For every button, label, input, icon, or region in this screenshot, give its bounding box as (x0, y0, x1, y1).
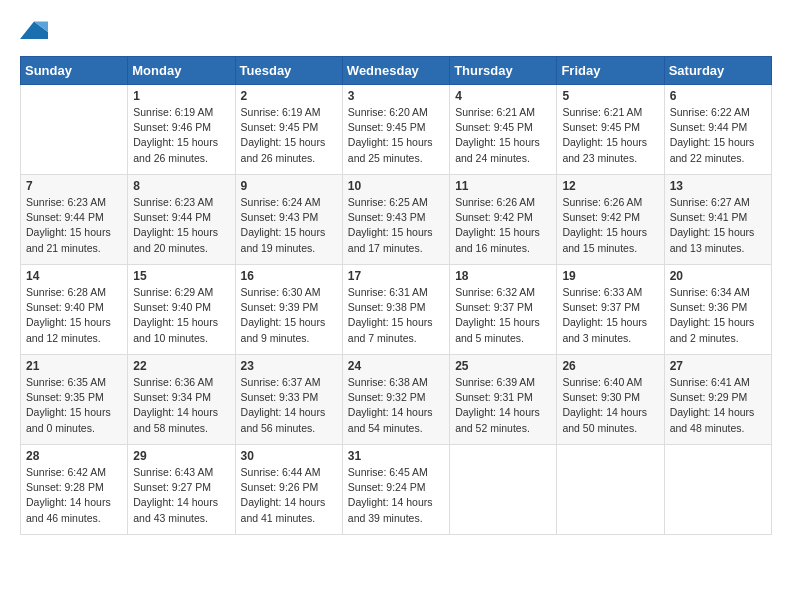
week-row-1: 1Sunrise: 6:19 AM Sunset: 9:46 PM Daylig… (21, 85, 772, 175)
day-cell: 14Sunrise: 6:28 AM Sunset: 9:40 PM Dayli… (21, 265, 128, 355)
week-row-3: 14Sunrise: 6:28 AM Sunset: 9:40 PM Dayli… (21, 265, 772, 355)
day-number: 9 (241, 179, 337, 193)
week-row-4: 21Sunrise: 6:35 AM Sunset: 9:35 PM Dayli… (21, 355, 772, 445)
day-info: Sunrise: 6:31 AM Sunset: 9:38 PM Dayligh… (348, 285, 444, 346)
day-number: 30 (241, 449, 337, 463)
day-cell: 31Sunrise: 6:45 AM Sunset: 9:24 PM Dayli… (342, 445, 449, 535)
day-info: Sunrise: 6:38 AM Sunset: 9:32 PM Dayligh… (348, 375, 444, 436)
day-cell: 10Sunrise: 6:25 AM Sunset: 9:43 PM Dayli… (342, 175, 449, 265)
day-info: Sunrise: 6:25 AM Sunset: 9:43 PM Dayligh… (348, 195, 444, 256)
calendar-header: SundayMondayTuesdayWednesdayThursdayFrid… (21, 57, 772, 85)
day-number: 29 (133, 449, 229, 463)
day-number: 26 (562, 359, 658, 373)
day-info: Sunrise: 6:22 AM Sunset: 9:44 PM Dayligh… (670, 105, 766, 166)
day-info: Sunrise: 6:40 AM Sunset: 9:30 PM Dayligh… (562, 375, 658, 436)
day-cell: 1Sunrise: 6:19 AM Sunset: 9:46 PM Daylig… (128, 85, 235, 175)
day-number: 13 (670, 179, 766, 193)
day-info: Sunrise: 6:28 AM Sunset: 9:40 PM Dayligh… (26, 285, 122, 346)
day-number: 17 (348, 269, 444, 283)
day-number: 25 (455, 359, 551, 373)
day-cell: 12Sunrise: 6:26 AM Sunset: 9:42 PM Dayli… (557, 175, 664, 265)
day-cell: 15Sunrise: 6:29 AM Sunset: 9:40 PM Dayli… (128, 265, 235, 355)
day-number: 5 (562, 89, 658, 103)
day-info: Sunrise: 6:24 AM Sunset: 9:43 PM Dayligh… (241, 195, 337, 256)
day-cell: 26Sunrise: 6:40 AM Sunset: 9:30 PM Dayli… (557, 355, 664, 445)
day-number: 16 (241, 269, 337, 283)
day-number: 23 (241, 359, 337, 373)
day-info: Sunrise: 6:36 AM Sunset: 9:34 PM Dayligh… (133, 375, 229, 436)
day-cell: 22Sunrise: 6:36 AM Sunset: 9:34 PM Dayli… (128, 355, 235, 445)
header-row: SundayMondayTuesdayWednesdayThursdayFrid… (21, 57, 772, 85)
day-info: Sunrise: 6:29 AM Sunset: 9:40 PM Dayligh… (133, 285, 229, 346)
day-cell: 6Sunrise: 6:22 AM Sunset: 9:44 PM Daylig… (664, 85, 771, 175)
header-cell-wednesday: Wednesday (342, 57, 449, 85)
day-cell: 21Sunrise: 6:35 AM Sunset: 9:35 PM Dayli… (21, 355, 128, 445)
day-cell: 29Sunrise: 6:43 AM Sunset: 9:27 PM Dayli… (128, 445, 235, 535)
day-cell: 5Sunrise: 6:21 AM Sunset: 9:45 PM Daylig… (557, 85, 664, 175)
day-cell: 28Sunrise: 6:42 AM Sunset: 9:28 PM Dayli… (21, 445, 128, 535)
day-cell: 23Sunrise: 6:37 AM Sunset: 9:33 PM Dayli… (235, 355, 342, 445)
day-number: 8 (133, 179, 229, 193)
header-cell-tuesday: Tuesday (235, 57, 342, 85)
day-number: 1 (133, 89, 229, 103)
day-number: 21 (26, 359, 122, 373)
day-info: Sunrise: 6:26 AM Sunset: 9:42 PM Dayligh… (562, 195, 658, 256)
day-cell (557, 445, 664, 535)
day-cell: 24Sunrise: 6:38 AM Sunset: 9:32 PM Dayli… (342, 355, 449, 445)
day-number: 2 (241, 89, 337, 103)
day-info: Sunrise: 6:34 AM Sunset: 9:36 PM Dayligh… (670, 285, 766, 346)
day-number: 19 (562, 269, 658, 283)
day-cell: 4Sunrise: 6:21 AM Sunset: 9:45 PM Daylig… (450, 85, 557, 175)
day-cell (664, 445, 771, 535)
day-number: 24 (348, 359, 444, 373)
day-cell: 7Sunrise: 6:23 AM Sunset: 9:44 PM Daylig… (21, 175, 128, 265)
day-number: 12 (562, 179, 658, 193)
header-cell-thursday: Thursday (450, 57, 557, 85)
day-info: Sunrise: 6:39 AM Sunset: 9:31 PM Dayligh… (455, 375, 551, 436)
day-number: 3 (348, 89, 444, 103)
day-cell: 25Sunrise: 6:39 AM Sunset: 9:31 PM Dayli… (450, 355, 557, 445)
header (20, 10, 772, 46)
day-number: 31 (348, 449, 444, 463)
day-number: 4 (455, 89, 551, 103)
day-cell: 20Sunrise: 6:34 AM Sunset: 9:36 PM Dayli… (664, 265, 771, 355)
day-cell: 9Sunrise: 6:24 AM Sunset: 9:43 PM Daylig… (235, 175, 342, 265)
day-info: Sunrise: 6:20 AM Sunset: 9:45 PM Dayligh… (348, 105, 444, 166)
day-info: Sunrise: 6:19 AM Sunset: 9:45 PM Dayligh… (241, 105, 337, 166)
day-cell (450, 445, 557, 535)
logo-icon (20, 18, 48, 46)
day-cell: 30Sunrise: 6:44 AM Sunset: 9:26 PM Dayli… (235, 445, 342, 535)
calendar-table: SundayMondayTuesdayWednesdayThursdayFrid… (20, 56, 772, 535)
calendar-body: 1Sunrise: 6:19 AM Sunset: 9:46 PM Daylig… (21, 85, 772, 535)
week-row-5: 28Sunrise: 6:42 AM Sunset: 9:28 PM Dayli… (21, 445, 772, 535)
day-cell: 17Sunrise: 6:31 AM Sunset: 9:38 PM Dayli… (342, 265, 449, 355)
day-info: Sunrise: 6:42 AM Sunset: 9:28 PM Dayligh… (26, 465, 122, 526)
day-number: 15 (133, 269, 229, 283)
day-info: Sunrise: 6:44 AM Sunset: 9:26 PM Dayligh… (241, 465, 337, 526)
page: SundayMondayTuesdayWednesdayThursdayFrid… (0, 0, 792, 555)
day-cell: 8Sunrise: 6:23 AM Sunset: 9:44 PM Daylig… (128, 175, 235, 265)
day-info: Sunrise: 6:41 AM Sunset: 9:29 PM Dayligh… (670, 375, 766, 436)
day-info: Sunrise: 6:30 AM Sunset: 9:39 PM Dayligh… (241, 285, 337, 346)
day-cell: 16Sunrise: 6:30 AM Sunset: 9:39 PM Dayli… (235, 265, 342, 355)
day-number: 28 (26, 449, 122, 463)
day-number: 27 (670, 359, 766, 373)
day-info: Sunrise: 6:23 AM Sunset: 9:44 PM Dayligh… (26, 195, 122, 256)
day-info: Sunrise: 6:32 AM Sunset: 9:37 PM Dayligh… (455, 285, 551, 346)
day-info: Sunrise: 6:23 AM Sunset: 9:44 PM Dayligh… (133, 195, 229, 256)
day-info: Sunrise: 6:21 AM Sunset: 9:45 PM Dayligh… (455, 105, 551, 166)
header-cell-saturday: Saturday (664, 57, 771, 85)
header-cell-sunday: Sunday (21, 57, 128, 85)
day-number: 6 (670, 89, 766, 103)
day-cell: 19Sunrise: 6:33 AM Sunset: 9:37 PM Dayli… (557, 265, 664, 355)
day-number: 20 (670, 269, 766, 283)
day-number: 10 (348, 179, 444, 193)
day-info: Sunrise: 6:35 AM Sunset: 9:35 PM Dayligh… (26, 375, 122, 436)
day-cell (21, 85, 128, 175)
day-number: 11 (455, 179, 551, 193)
day-number: 22 (133, 359, 229, 373)
week-row-2: 7Sunrise: 6:23 AM Sunset: 9:44 PM Daylig… (21, 175, 772, 265)
day-cell: 3Sunrise: 6:20 AM Sunset: 9:45 PM Daylig… (342, 85, 449, 175)
day-cell: 18Sunrise: 6:32 AM Sunset: 9:37 PM Dayli… (450, 265, 557, 355)
day-number: 7 (26, 179, 122, 193)
